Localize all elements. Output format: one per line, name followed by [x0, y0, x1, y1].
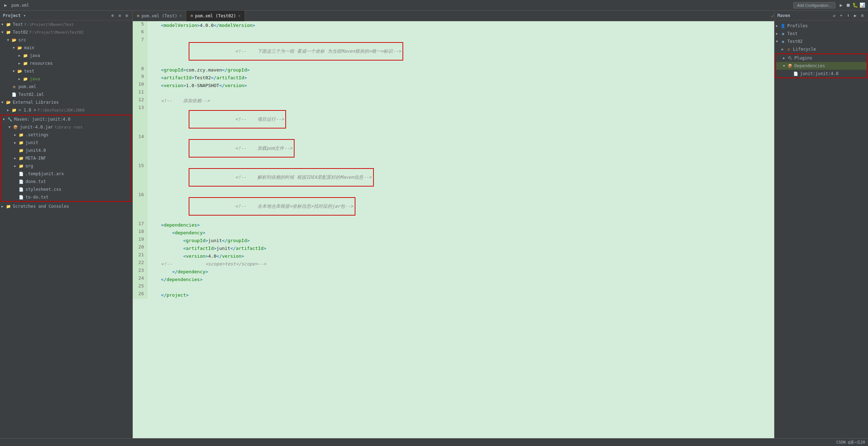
- line-number-24: 24: [133, 275, 147, 283]
- label-profiles: Profiles: [787, 23, 808, 28]
- debug-button[interactable]: 🐛: [852, 2, 858, 8]
- tab-close-1[interactable]: ✕: [179, 13, 182, 18]
- tree-item-java[interactable]: ▶ 📁 java: [0, 52, 132, 59]
- run-button[interactable]: ▶: [838, 2, 844, 8]
- maven-item-junit-dep[interactable]: 📄 junit:junit:4.0: [776, 70, 867, 78]
- jar-dep-icon: 📄: [793, 71, 799, 76]
- tab-close-2[interactable]: ✕: [238, 13, 241, 18]
- line-code-23: </dependency>: [147, 268, 774, 275]
- maven-panel: Maven ↺ + ⬇ ▶ m ▶ 👤 Profiles ▶ ◼ Test: [774, 11, 868, 438]
- collapse-icon[interactable]: ≡: [117, 13, 122, 18]
- module-icon-test02: ◼: [780, 39, 786, 44]
- tree-item-junit40[interactable]: 📁 junit4.0: [1, 147, 131, 154]
- maven-library-section: ▼ 🔧 Maven: junit:junit:4.0 ▼ 📦 junit-4.0…: [1, 115, 132, 202]
- tree-item-maven-junit[interactable]: ▼ 🔧 Maven: junit:junit:4.0: [1, 115, 131, 123]
- tree-item-src[interactable]: ▼ 📂 src: [0, 36, 132, 44]
- code-line-5: 5 <modelVersion>4.0.0</modelVersion>: [133, 21, 774, 29]
- arrow-deps: ▼: [783, 64, 787, 68]
- maven-tree: ▶ 👤 Profiles ▶ ◼ Test ▼ ◼ Test02 ▶ ⚙ Li: [775, 21, 868, 438]
- tab-pom-test[interactable]: m pom.xml (Test) ✕: [133, 11, 186, 21]
- folder-icon-main: 📂: [17, 45, 23, 51]
- code-line-24: 24 </dependencies>: [133, 275, 774, 283]
- stop-button[interactable]: ⏹: [845, 2, 851, 8]
- plugins-folder-icon: 🔌: [787, 55, 793, 61]
- maven-item-profiles[interactable]: ▶ 👤 Profiles: [775, 22, 868, 30]
- tree-item-external-libs[interactable]: ▼ 📂 External Libraries: [0, 98, 132, 106]
- folder-icon-junit40: 📁: [18, 148, 24, 153]
- label-test-java: java: [30, 76, 40, 81]
- tree-item-org[interactable]: ▶ 📁 org: [1, 162, 131, 170]
- label-junit40: junit4.0: [25, 148, 46, 153]
- maven-item-lifecycle[interactable]: ▶ ⚙ Lifecycle: [775, 45, 868, 53]
- code-line-19: 19 <groupId>junit</groupId>: [133, 236, 774, 244]
- folder-icon-org: 📁: [18, 163, 24, 169]
- arrow-jdk: ▶: [7, 108, 11, 112]
- folder-icon-test: 📁: [6, 22, 11, 27]
- tab-xml-icon-1: m: [137, 13, 139, 18]
- maven-item-plugins[interactable]: ▶ 🔌 Plugins: [776, 54, 867, 62]
- maven-item-dependencies[interactable]: ▼ 📦 Dependencies: [776, 62, 867, 70]
- code-line-21: 21 <version>4.0</version>: [133, 252, 774, 260]
- tree-item-stylesheet[interactable]: 📄 stylesheet.css: [1, 185, 131, 193]
- add-configuration-button[interactable]: Add Configuration...: [793, 2, 835, 8]
- label-temp: .temp$junit.arx: [25, 171, 64, 176]
- arrow-plugins: ▶: [783, 56, 787, 60]
- tab-bar: m pom.xml (Test) ✕ m pom.xml (Test02) ✕ …: [133, 11, 774, 21]
- line-code-21: <version>4.0</version>: [147, 252, 774, 260]
- line-code-11: [147, 89, 774, 97]
- arx-icon: 📄: [18, 171, 24, 177]
- tree-item-test-java[interactable]: ▶ 📁 java: [0, 75, 132, 83]
- label-org: org: [25, 164, 33, 168]
- code-line-13: 13 <!-- 项目运行-->: [133, 105, 774, 134]
- maven-item-test02[interactable]: ▼ ◼ Test02: [775, 38, 868, 45]
- line-number-20: 20: [133, 244, 147, 252]
- tree-item-resources[interactable]: ▶ 📁 resources: [0, 59, 132, 67]
- tree-item-meta-inf[interactable]: ▶ 📁 META-INF: [1, 154, 131, 162]
- tree-item-main[interactable]: ▼ 📂 main: [0, 44, 132, 52]
- tree-item-test02[interactable]: ▼ 📁 Test02 F:\Project\Maven\Test02: [0, 28, 132, 36]
- folder-icon-meta: 📁: [18, 155, 24, 161]
- line-code-26: </project>: [147, 291, 774, 299]
- done-icon: 📄: [18, 179, 24, 184]
- tree-item-test-folder[interactable]: ▼ 📂 test: [0, 67, 132, 75]
- tab-pom-test02[interactable]: m pom.xml (Test02) ✕: [186, 11, 245, 21]
- line-number-19: 19: [133, 236, 147, 244]
- maven-more-icon[interactable]: m: [860, 13, 865, 18]
- settings-icon[interactable]: ⚙: [124, 13, 130, 18]
- sync-icon[interactable]: ⊕: [110, 13, 115, 18]
- tree-item-settings[interactable]: ▶ 📁 .settings: [1, 131, 131, 139]
- label-jdk: < 1.8 >: [18, 108, 36, 113]
- tree-item-test[interactable]: ▼ 📁 Test F:\Project\Maven\Test: [0, 21, 132, 28]
- coverage-button[interactable]: 📊: [860, 2, 865, 8]
- code-line-14: 14 <!-- 加载pom文件-->: [133, 134, 774, 163]
- tree-item-todo[interactable]: 📄 to-do.txt: [1, 193, 131, 201]
- tree-item-jdk[interactable]: ▶ 📁 < 1.8 > F:\DevTools\JDK\JDK8: [0, 106, 132, 114]
- tree-item-scratches[interactable]: ▶ 📁 Scratches and Consoles: [0, 202, 132, 210]
- project-panel: Project ▾ ⊕ ≡ ⚙ ▼ 📁 Test F:\Project\Mave…: [0, 11, 133, 438]
- tree-item-junit-folder[interactable]: ▶ 📁 junit: [1, 139, 131, 147]
- code-table: 5 <modelVersion>4.0.0</modelVersion> 6 7: [133, 21, 774, 299]
- editor-content[interactable]: 5 <modelVersion>4.0.0</modelVersion> 6 7: [133, 21, 774, 438]
- maven-exec-icon[interactable]: ▶: [852, 13, 858, 18]
- dependencies-icon: 📦: [787, 63, 793, 69]
- maven-download-icon[interactable]: ⬇: [845, 13, 851, 18]
- code-line-10: 10 <version>1.0-SNAPSHOT</version>: [133, 81, 774, 89]
- maven-item-test[interactable]: ▶ ◼ Test: [775, 30, 868, 38]
- maven-add-icon[interactable]: +: [838, 13, 844, 18]
- tree-item-done-txt[interactable]: 📄 done.txt: [1, 178, 131, 185]
- path-test02: F:\Project\Maven\Test02: [29, 30, 83, 35]
- maven-refresh-icon[interactable]: ↺: [831, 13, 837, 18]
- tree-item-pom-xml[interactable]: m pom.xml: [0, 83, 132, 91]
- maven-icon: 🔧: [7, 116, 13, 122]
- iml-icon: 📄: [11, 92, 17, 97]
- tab-label-1: pom.xml (Test): [142, 13, 177, 18]
- tree-item-test02-iml[interactable]: 📄 Test02.iml: [0, 91, 132, 98]
- project-tree: ▼ 📁 Test F:\Project\Maven\Test ▼ 📁 Test0…: [0, 21, 132, 438]
- tree-item-junit-jar[interactable]: ▼ 📦 junit-4.0.jar library root: [1, 123, 131, 131]
- tree-item-temp[interactable]: 📄 .temp$junit.arx: [1, 170, 131, 178]
- folder-icon-settings: 📁: [18, 132, 24, 138]
- arrow-test-folder: ▼: [13, 69, 17, 73]
- arrow-profiles: ▶: [776, 24, 780, 28]
- tab-label-2: pom.xml (Test02): [195, 13, 236, 18]
- label-junit-dep: junit:junit:4.0: [800, 71, 838, 76]
